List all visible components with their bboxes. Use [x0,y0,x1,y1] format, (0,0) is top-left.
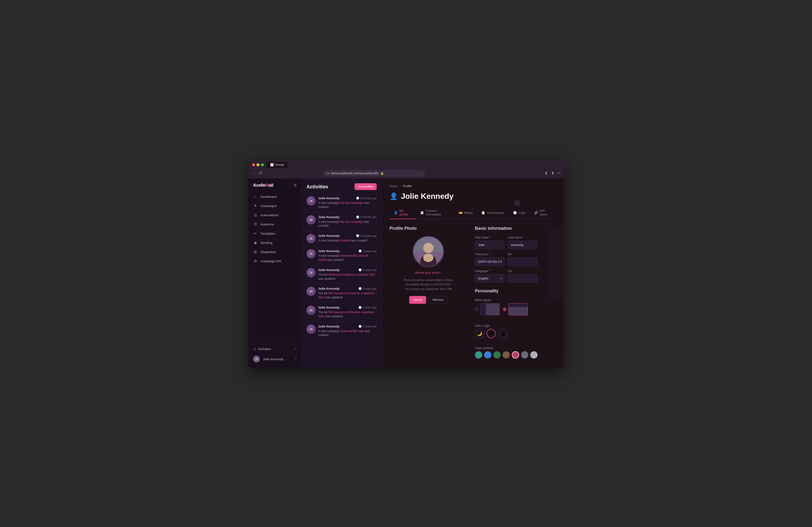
last-name-input[interactable] [508,241,538,249]
sidebar-item-dashboard[interactable]: ⌂ Dashboard [248,192,301,201]
activity-link[interactable]: Untitled [340,239,350,242]
color-green-dot[interactable] [493,351,501,359]
activity-item: JK Jolie Kennedy 🕐 2 years ago The list … [305,284,379,303]
close-traffic-light[interactable] [252,163,255,166]
required-marker: * [490,236,491,239]
co-input[interactable] [508,274,538,283]
activity-link[interactable]: My test campaign [340,220,363,224]
sidebar-item-templates[interactable]: ✏ Templates [248,229,301,238]
activity-item: JK Jolie Kennedy 🕐 9 months ago A new ca… [305,231,379,246]
ne-input[interactable] [508,257,538,266]
basic-info-title: Basic information [475,226,538,231]
activity-name: Jolie Kennedy [318,215,339,219]
tabs: 👤 My profile 📇 Contact information 💳 Bil… [390,207,556,219]
profile-grid: Profile Photo [390,226,556,359]
sidebar-activities-link[interactable]: ◷ Activities ↗ [248,344,301,353]
activity-name: Jolie Kennedy [318,234,339,238]
color-light-gray-dot[interactable] [530,351,538,359]
color-gray-dot[interactable] [521,351,528,359]
co-group: Co [508,269,538,283]
sidebar-item-sending[interactable]: ◉ Sending › [248,238,301,247]
mail-icon: M [327,172,329,175]
theme-light-option[interactable]: ☀ [487,329,496,338]
tab-logs[interactable]: 🕐 Logs [509,207,530,219]
user-avatar: JK [253,356,260,362]
sidebar-user-profile[interactable]: JK Jolie Kennedy ℹ [248,353,301,365]
sidebar-item-label: Dashboard [260,195,276,198]
sidebar-item-integration[interactable]: ⊞ Integration › [248,247,301,256]
content-preview-area [486,303,499,315]
hamburger-button[interactable]: ≡ [294,183,296,188]
color-pink-dot[interactable] [512,351,519,359]
activity-link[interactable]: My test campaign [340,201,363,205]
remove-button[interactable]: Remove [429,296,448,304]
layout-option-topbar[interactable] [503,303,528,315]
activity-link[interactable]: Year-end BIG sale [340,329,364,333]
audience-icon: ☰ [253,222,258,226]
upload-button[interactable]: Upload [409,296,426,304]
required-marker: * [489,269,490,273]
timezone-select[interactable]: (GMT+00:00) UTC [475,257,505,266]
page-header: 👤 Jolie Kennedy [390,192,556,201]
tab-subscription[interactable]: 📋 Subscription [477,207,509,219]
sidebar-item-campaign-api[interactable]: ⚙ Campaign API [248,256,301,266]
last-name-group: Last name * [508,236,538,249]
download-icon[interactable]: ⬇ [545,171,548,176]
radio-topbar[interactable] [503,307,506,311]
first-name-input[interactable] [475,241,505,249]
layout-option-sidebar[interactable] [475,303,500,315]
activity-link[interactable]: DB Insurance & Finance customers 2022 [318,291,374,299]
color-brown-dot[interactable] [503,351,510,359]
share-icon[interactable]: ⬆ [551,171,554,176]
svg-point-3 [423,243,433,253]
photo-container: Upload your photo... Photo should be at … [390,236,467,304]
activity-link[interactable]: DB Insurance & Finance customers 2022 [318,311,374,318]
sidebar-item-campaigns[interactable]: ✈ Campaigns [248,201,301,210]
language-select[interactable]: English [475,274,505,283]
url-text: demo.acellemail.com/account/profile [331,171,378,175]
all-activities-button[interactable]: All activities [354,183,377,190]
activity-link[interactable]: Year-end BIG sale off #2020 [318,254,368,261]
theme-dark-option[interactable]: 🌙 [475,329,484,338]
personality-title: Personality [475,288,538,293]
color-blue-dot[interactable] [484,351,491,359]
activity-link[interactable]: McKesson healthcare contacts 2022 [328,273,375,276]
radio-sidebar[interactable] [475,307,478,311]
browser-tab[interactable]: ⬜ Private [267,162,288,168]
breadcrumb-current: Profile [403,184,412,188]
tab-contact-info[interactable]: 📇 Contact information [416,207,454,219]
minimize-traffic-light[interactable] [257,163,259,166]
collapse-panel-button[interactable]: ‹ [514,200,520,206]
activities-panel: Activities All activities JK Jolie Kenne… [302,178,382,368]
activity-time: 🕐 2 years ago [359,287,377,290]
clock-icon: 🕐 [359,287,362,290]
timezone-row: Timezone * (GMT+00:00) UTC Ne [475,253,538,266]
maximize-traffic-light[interactable] [261,163,264,166]
menu-layout-label: Menu layout [475,298,538,302]
activity-item: JK Jolie Kennedy 🕐 2 years ago The list … [305,265,379,284]
sidebar-footer: ◷ Activities ↗ JK Jolie Kennedy ℹ [248,341,301,368]
user-name-label: Jolie Kennedy [263,357,284,361]
color-scheme-label: Color scheme [475,346,538,350]
color-teal-dot[interactable] [475,351,482,359]
theme-auto-option[interactable]: ◑ [498,329,507,338]
dark-light-group: Dark / Light 🌙 ☀ ◑ [475,324,538,343]
tab-billing[interactable]: 💳 Billing [454,207,477,219]
tab-label: Billing [464,211,473,214]
tab-api-token[interactable]: 🔗 API token [530,207,556,219]
tab-my-profile[interactable]: 👤 My profile [390,207,416,219]
breadcrumb-home[interactable]: Home [390,184,398,188]
activity-content: Jolie Kennedy 🕐 2 years ago The list McK… [318,268,377,281]
nav-reload-button[interactable]: ↺ [258,170,263,177]
topbar-preview-bar [509,303,527,307]
sidebar-item-audience[interactable]: ☰ Audience › [248,220,301,229]
tab-options-icon[interactable]: ··· [419,171,422,175]
nav-back-button[interactable]: ‹ [252,170,255,177]
home-icon: ⌂ [253,195,258,199]
address-bar[interactable]: M demo.acellemail.com/account/profile 🔒 … [323,170,425,177]
add-tab-icon[interactable]: + [558,171,560,176]
clock-icon: 🕐 [359,268,362,271]
activity-content: Jolie Kennedy 🕐 2 years ago A new campai… [318,325,377,337]
tab-label: Contact information [426,209,450,216]
sidebar-item-automations[interactable]: ◎ Automations [248,210,301,220]
